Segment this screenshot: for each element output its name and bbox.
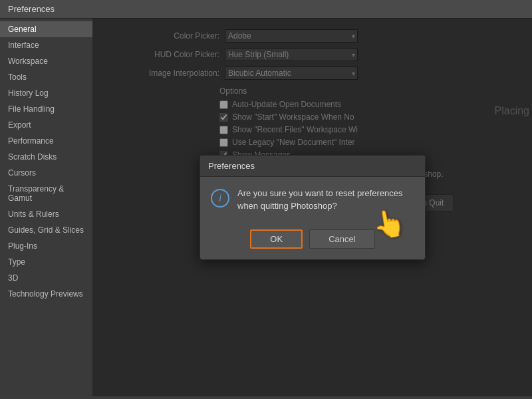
sidebar-item-guides-grid-slices[interactable]: Guides, Grid & Slices — [0, 222, 92, 238]
sidebar-item-tools[interactable]: Tools — [0, 69, 92, 85]
title-bar-label: Preferences — [8, 4, 55, 14]
sidebar-item-interface[interactable]: Interface — [0, 37, 92, 53]
modal-overlay: Preferences i Are you sure you want to r… — [93, 19, 532, 396]
title-bar: Preferences — [0, 0, 532, 19]
sidebar-item-history-log[interactable]: History Log — [0, 85, 92, 101]
content-area: Color Picker: Adobe HUD Color Picker: Hu… — [93, 19, 532, 396]
sidebar-item-workspace[interactable]: Workspace — [0, 53, 92, 69]
sidebar: GeneralInterfaceWorkspaceToolsHistory Lo… — [0, 19, 93, 396]
sidebar-item-performance[interactable]: Performance — [0, 133, 92, 149]
sidebar-item-general[interactable]: General — [0, 21, 92, 37]
sidebar-item-units-rulers[interactable]: Units & Rulers — [0, 206, 92, 222]
sidebar-item-cursors[interactable]: Cursors — [0, 165, 92, 181]
modal-cancel-button[interactable]: Cancel — [309, 229, 374, 249]
modal-message: Are you sure you want to reset preferenc… — [237, 188, 414, 211]
sidebar-item-technology-previews[interactable]: Technology Previews — [0, 286, 92, 302]
modal-body: i Are you sure you want to reset prefere… — [200, 177, 425, 222]
modal-title: Preferences — [208, 161, 255, 171]
modal-ok-button[interactable]: OK — [250, 229, 303, 249]
sidebar-item-export[interactable]: Export — [0, 117, 92, 133]
sidebar-item-plug-ins[interactable]: Plug-Ins — [0, 238, 92, 254]
modal-buttons: OK Cancel — [200, 223, 425, 259]
modal-title-bar: Preferences — [200, 156, 425, 177]
main-layout: GeneralInterfaceWorkspaceToolsHistory Lo… — [0, 19, 532, 396]
modal-dialog: Preferences i Are you sure you want to r… — [200, 155, 426, 259]
sidebar-item-scratch-disks[interactable]: Scratch Disks — [0, 149, 92, 165]
sidebar-item-file-handling[interactable]: File Handling — [0, 101, 92, 117]
sidebar-item-3d[interactable]: 3D — [0, 270, 92, 286]
modal-info-icon: i — [211, 189, 229, 207]
sidebar-item-transparency-gamut[interactable]: Transparency & Gamut — [0, 181, 92, 206]
sidebar-item-type[interactable]: Type — [0, 254, 92, 270]
